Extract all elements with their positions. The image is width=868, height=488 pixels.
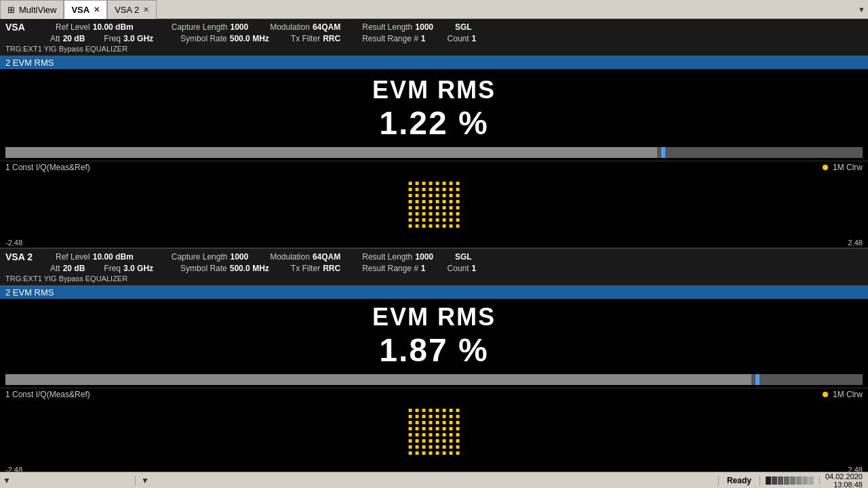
vsa2-progress-bar: [5, 374, 863, 385]
titlebar: ⊞ MultiView VSA ✕ VSA 2 ✕ ▼: [0, 0, 868, 19]
vsa2-result-range-label: Result Range #: [362, 264, 418, 273]
vsa2-result-range-value: 1: [421, 264, 426, 273]
titlebar-dropdown[interactable]: ▼: [858, 5, 865, 14]
vsa1-progress-fill: [5, 147, 657, 158]
vsa2-sgl: SGL: [455, 252, 472, 262]
statusbar-battery: [760, 476, 820, 485]
vsa2-evm-panel: EVM RMS 1.87 %: [0, 299, 868, 371]
vsa1-dots: [409, 182, 460, 230]
vsa1-freq-value: 3.0 GHz: [123, 34, 153, 43]
vsa1-progress-bar: [5, 147, 863, 158]
vsa1-ref-level-label: Ref Level: [56, 22, 90, 32]
vsa2-freq-label: Freq: [104, 264, 121, 273]
statusbar-date: 04.02.2020: [825, 472, 863, 481]
vsa2-tx-filter-value: RRC: [323, 264, 340, 273]
vsa1-constellation: [0, 174, 868, 238]
statusbar-mid: ▼: [136, 476, 719, 485]
tab-vsa-label: VSA: [71, 5, 90, 15]
tab-vsa2-label: VSA 2: [115, 5, 139, 15]
vsa2-capture-length-label: Capture Length: [172, 252, 228, 262]
vsa2-ref-level-value: 10.00 dBm: [93, 252, 134, 262]
vsa2-att-label: Att: [50, 264, 60, 273]
vsa2-count-label: Count: [448, 264, 469, 273]
vsa1-modulation-value: 64QAM: [313, 22, 340, 32]
vsa1-freq-label: Freq: [104, 34, 121, 43]
vsa1-const-label: 1 Const I/Q(Meas&Ref): [5, 163, 90, 172]
vsa1-clrw-label: 1M Clrw: [833, 163, 863, 172]
vsa2-const-header: 1 Const I/Q(Meas&Ref) 1M Clrw: [0, 388, 868, 401]
vsa1-trg: TRG:EXT1 YIG Bypass EQUALIZER: [5, 45, 863, 53]
vsa1-evm-value: 1.22 %: [0, 104, 868, 142]
vsa1-const-header: 1 Const I/Q(Meas&Ref) 1M Clrw: [0, 161, 868, 174]
statusbar-dropdown-mid[interactable]: ▼: [141, 476, 149, 485]
vsa2-clrw-label: 1M Clrw: [833, 390, 863, 399]
vsa2-ref-level-label: Ref Level: [56, 252, 90, 262]
vsa2-tx-filter-label: Tx Filter: [291, 264, 320, 273]
vsa2-result-length-label: Result Length: [362, 252, 412, 262]
vsa1-instrument: VSA: [5, 22, 39, 33]
vsa1-result-range-value: 1: [421, 34, 426, 43]
vsa1-result-range-label: Result Range #: [362, 34, 418, 43]
vsa2-section-title: 2 EVM RMS: [0, 286, 868, 299]
vsa2-dots: [409, 409, 460, 458]
vsa1-evm-panel: EVM RMS 1.22 %: [0, 69, 868, 144]
statusbar-left: ▼: [0, 476, 136, 485]
vsa1-axis-labels: -2.48 2.48: [0, 238, 868, 248]
vsa2-header: VSA 2 Ref Level 10.00 dBm Capture Length…: [0, 248, 868, 286]
vsa2-att-value: 20 dB: [63, 264, 85, 273]
statusbar-dropdown-left[interactable]: ▼: [3, 476, 11, 485]
statusbar: ▼ ▼ Ready 04.02.2020 13:08:48: [0, 472, 868, 488]
tab-vsa2-close[interactable]: ✕: [143, 5, 149, 14]
vsa1-count-value: 1: [472, 34, 477, 43]
vsa1-header: VSA Ref Level 10.00 dBm Capture Length 1…: [0, 19, 868, 56]
vsa1-att-value: 20 dB: [63, 34, 85, 43]
vsa2-progress-fill: [5, 374, 751, 385]
vsa2-clrw-dot: [823, 392, 828, 397]
vsa1-capture-length-value: 1000: [230, 22, 248, 32]
vsa1-result-length-value: 1000: [415, 22, 433, 32]
tab-multiview[interactable]: ⊞ MultiView: [0, 0, 64, 19]
vsa2-clrw: 1M Clrw: [823, 390, 863, 399]
vsa1-section-title: 2 EVM RMS: [0, 56, 868, 69]
vsa2-const-label: 1 Const I/Q(Meas&Ref): [5, 390, 90, 399]
vsa1-capture-length-label: Capture Length: [172, 22, 228, 32]
vsa2-constellation: [0, 401, 868, 465]
vsa2-evm-value: 1.87 %: [0, 331, 868, 369]
vsa1-att-label: Att: [50, 34, 60, 43]
vsa1-sgl: SGL: [455, 22, 472, 32]
vsa1-count-label: Count: [448, 34, 469, 43]
vsa2-result-length-value: 1000: [415, 252, 433, 262]
vsa1-clrw: 1M Clrw: [823, 163, 863, 172]
vsa2-count-value: 1: [472, 264, 477, 273]
vsa1-axis-min: -2.48: [5, 239, 22, 247]
vsa1-progress-marker: [661, 147, 665, 158]
vsa1-result-length-label: Result Length: [362, 22, 412, 32]
vsa1-symbol-rate-value: 500.0 MHz: [230, 34, 269, 43]
vsa1-ref-level-value: 10.00 dBm: [93, 22, 134, 32]
tab-vsa2[interactable]: VSA 2 ✕: [107, 0, 157, 19]
vsa2-evm-label: EVM RMS: [0, 303, 868, 331]
vsa2-symbol-rate-value: 500.0 MHz: [230, 264, 269, 273]
vsa2-trg: TRG:EXT1 YIG Bypass EQUALIZER: [5, 274, 863, 283]
tab-multiview-label: MultiView: [19, 5, 56, 15]
vsa2-modulation-label: Modulation: [270, 252, 310, 262]
vsa1-modulation-label: Modulation: [270, 22, 310, 32]
battery-bar: [766, 476, 814, 485]
vsa1-tx-filter-value: RRC: [323, 34, 340, 43]
tab-vsa-close[interactable]: ✕: [94, 5, 100, 14]
vsa2-modulation-value: 64QAM: [313, 252, 340, 262]
vsa1-axis-max: 2.48: [848, 239, 863, 247]
multiview-icon: ⊞: [7, 5, 15, 15]
vsa1-clrw-dot: [823, 165, 828, 170]
vsa2-symbol-rate-label: Symbol Rate: [180, 264, 227, 273]
vsa2-progress-marker: [755, 374, 760, 385]
statusbar-status: Ready: [719, 476, 760, 485]
vsa2-freq-value: 3.0 GHz: [123, 264, 153, 273]
vsa1-symbol-rate-label: Symbol Rate: [180, 34, 227, 43]
statusbar-datetime: 04.02.2020 13:08:48: [820, 472, 868, 489]
vsa2-instrument: VSA 2: [5, 251, 39, 262]
vsa2-capture-length-value: 1000: [230, 252, 248, 262]
vsa1-evm-label: EVM RMS: [0, 76, 868, 104]
tab-vsa[interactable]: VSA ✕: [64, 0, 107, 19]
statusbar-time: 13:08:48: [825, 481, 863, 489]
